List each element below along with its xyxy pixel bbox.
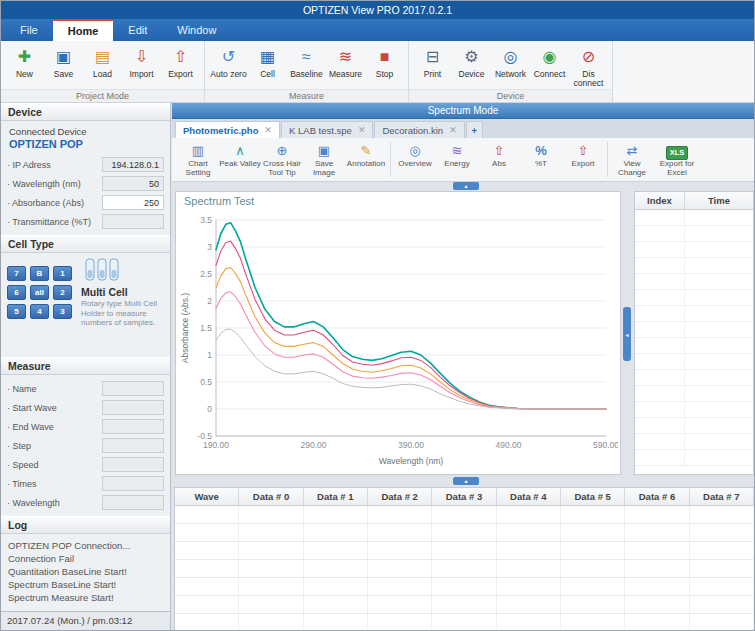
table-row[interactable] bbox=[175, 560, 754, 578]
column-header[interactable]: Index bbox=[635, 192, 685, 209]
right-panel-splitter[interactable]: ◂ bbox=[623, 307, 631, 361]
column-header[interactable]: Data # 1 bbox=[304, 488, 368, 505]
table-cell[interactable] bbox=[239, 560, 303, 577]
annotation-button[interactable]: ✎ Annotation bbox=[345, 140, 387, 179]
table-cell[interactable] bbox=[685, 290, 753, 306]
table-cell[interactable] bbox=[304, 542, 368, 559]
table-row[interactable] bbox=[635, 306, 753, 322]
save-button[interactable]: ▣ Save bbox=[44, 43, 83, 87]
new-tab-button[interactable]: + bbox=[466, 121, 483, 138]
table-row[interactable] bbox=[635, 338, 753, 354]
measure-button[interactable]: ≋ Measure bbox=[326, 43, 365, 87]
table-cell[interactable] bbox=[635, 402, 685, 418]
table-cell[interactable] bbox=[635, 338, 685, 354]
table-cell[interactable] bbox=[685, 354, 753, 370]
table-row[interactable] bbox=[635, 258, 753, 274]
table-cell[interactable] bbox=[685, 338, 753, 354]
menu-edit[interactable]: Edit bbox=[113, 19, 162, 41]
overview-button[interactable]: ◎ Overview bbox=[394, 140, 436, 179]
print-button[interactable]: ⊟ Print bbox=[413, 43, 452, 87]
column-header[interactable]: Time bbox=[685, 192, 753, 209]
table-cell[interactable] bbox=[625, 542, 689, 559]
menu-home[interactable]: Home bbox=[53, 19, 114, 41]
table-cell[interactable] bbox=[625, 560, 689, 577]
table-row[interactable] bbox=[635, 386, 753, 402]
column-header[interactable]: Data # 4 bbox=[497, 488, 561, 505]
column-header[interactable]: Data # 6 bbox=[625, 488, 689, 505]
table-cell[interactable] bbox=[175, 506, 239, 523]
table-cell[interactable] bbox=[635, 354, 685, 370]
peak-valley-button[interactable]: ∧ Peak Valley bbox=[219, 140, 261, 179]
table-cell[interactable] bbox=[625, 614, 689, 631]
table-cell[interactable] bbox=[685, 322, 753, 338]
table-cell[interactable] bbox=[239, 506, 303, 523]
table-row[interactable] bbox=[635, 354, 753, 370]
table-cell[interactable] bbox=[635, 370, 685, 386]
table-row[interactable] bbox=[635, 402, 753, 418]
table-row[interactable] bbox=[175, 542, 754, 560]
column-header[interactable]: Wave bbox=[175, 488, 239, 505]
log-section-header[interactable]: Log bbox=[1, 516, 170, 534]
column-header[interactable]: Data # 3 bbox=[432, 488, 496, 505]
baseline-button[interactable]: ≈ Baseline bbox=[287, 43, 326, 87]
start-wave-field[interactable] bbox=[102, 400, 164, 415]
table-cell[interactable] bbox=[690, 578, 754, 595]
table-cell[interactable] bbox=[685, 258, 753, 274]
table-row[interactable] bbox=[635, 290, 753, 306]
table-row[interactable] bbox=[635, 322, 753, 338]
export-for-excel-button[interactable]: XLS Export for Excel bbox=[653, 140, 701, 179]
stop-button[interactable]: ■ Stop bbox=[365, 43, 404, 87]
table-cell[interactable] bbox=[432, 560, 496, 577]
name-field[interactable] bbox=[102, 381, 164, 396]
table-cell[interactable] bbox=[304, 560, 368, 577]
table-cell[interactable] bbox=[690, 614, 754, 631]
cell-button-all[interactable]: all bbox=[30, 285, 49, 300]
import-button[interactable]: ⇩ Import bbox=[122, 43, 161, 87]
table-cell[interactable] bbox=[175, 524, 239, 541]
table-cell[interactable] bbox=[304, 506, 368, 523]
column-header[interactable]: Data # 5 bbox=[561, 488, 625, 505]
table-cell[interactable] bbox=[239, 524, 303, 541]
collapse-top-button[interactable]: ▴ bbox=[453, 182, 479, 190]
table-cell[interactable] bbox=[368, 506, 432, 523]
tab-photometric[interactable]: Photometric.pho ✕ bbox=[175, 121, 280, 138]
transmittance-field[interactable] bbox=[102, 214, 164, 229]
column-header[interactable]: Data # 7 bbox=[690, 488, 754, 505]
table-cell[interactable] bbox=[635, 434, 685, 450]
cell-type-section-header[interactable]: Cell Type bbox=[1, 235, 170, 253]
spectrum-chart-panel[interactable]: Spectrum Test 3.532.521.510.50-0.5190.00… bbox=[175, 191, 621, 475]
table-cell[interactable] bbox=[635, 418, 685, 434]
step-field[interactable] bbox=[102, 438, 164, 453]
end-wave-field[interactable] bbox=[102, 419, 164, 434]
table-cell[interactable] bbox=[175, 578, 239, 595]
times-field[interactable] bbox=[102, 476, 164, 491]
table-cell[interactable] bbox=[304, 524, 368, 541]
table-cell[interactable] bbox=[561, 578, 625, 595]
tab-close-icon[interactable]: ✕ bbox=[264, 125, 272, 135]
menu-window[interactable]: Window bbox=[162, 19, 231, 41]
load-button[interactable]: ▤ Load bbox=[83, 43, 122, 87]
table-cell[interactable] bbox=[239, 542, 303, 559]
table-row[interactable] bbox=[635, 242, 753, 258]
table-cell[interactable] bbox=[561, 614, 625, 631]
absorbance-field[interactable] bbox=[102, 195, 164, 210]
table-cell[interactable] bbox=[635, 258, 685, 274]
table-cell[interactable] bbox=[432, 524, 496, 541]
table-row[interactable] bbox=[635, 370, 753, 386]
device-section-header[interactable]: Device bbox=[1, 103, 170, 121]
table-cell[interactable] bbox=[497, 560, 561, 577]
table-cell[interactable] bbox=[685, 386, 753, 402]
cell-button-4[interactable]: 4 bbox=[30, 304, 49, 319]
wavelength-field[interactable] bbox=[102, 176, 164, 191]
table-cell[interactable] bbox=[175, 560, 239, 577]
table-cell[interactable] bbox=[685, 226, 753, 242]
table-cell[interactable] bbox=[497, 542, 561, 559]
table-row[interactable] bbox=[175, 614, 754, 631]
table-cell[interactable] bbox=[625, 596, 689, 613]
table-cell[interactable] bbox=[685, 210, 753, 226]
table-cell[interactable] bbox=[690, 596, 754, 613]
chart-setting-button[interactable]: ▥ Chart Setting bbox=[177, 140, 219, 179]
table-row[interactable] bbox=[175, 596, 754, 614]
wavelength-measure-field[interactable] bbox=[102, 495, 164, 510]
table-row[interactable] bbox=[635, 226, 753, 242]
